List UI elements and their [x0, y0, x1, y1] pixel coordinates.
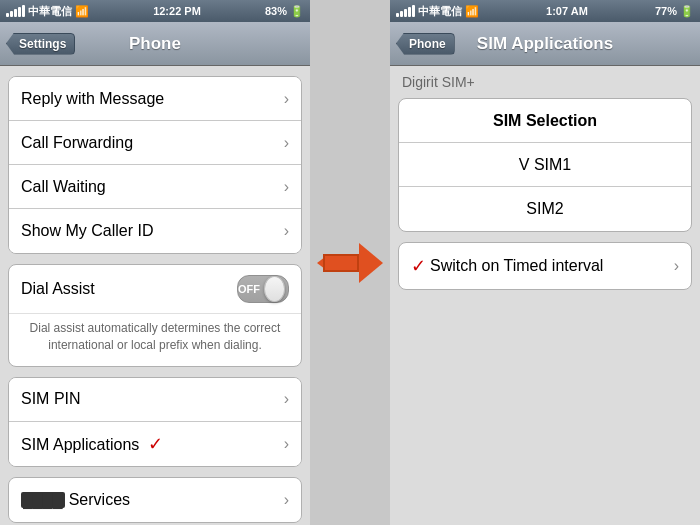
right-signal-bar-2 [400, 11, 403, 17]
sim-applications-label: SIM Applications ✓ [21, 433, 163, 455]
services-label: Services [69, 491, 130, 509]
left-content: Reply with Message › Call Forwarding › C… [0, 66, 310, 525]
right-nav-title: SIM Applications [477, 34, 613, 54]
right-battery-icon: 🔋 [680, 5, 694, 18]
left-status-right: 83% 🔋 [265, 5, 304, 18]
signal-bars-icon [6, 5, 25, 17]
right-signal-bar-3 [404, 9, 407, 17]
left-battery-icon: 🔋 [290, 5, 304, 18]
services-group: ████ Services › [8, 477, 302, 523]
right-phone: 中華電信 📶 1:07 AM 77% 🔋 Phone SIM Applicati… [390, 0, 700, 525]
sim1-item[interactable]: V SIM1 [399, 143, 691, 187]
switch-timed-row[interactable]: ✓ Switch on Timed interval › [399, 243, 691, 289]
sim2-label: SIM2 [526, 200, 563, 218]
dial-assist-label: Dial Assist [21, 280, 95, 298]
call-forwarding-chevron-icon: › [284, 134, 289, 152]
navigation-arrow [310, 0, 390, 525]
left-time: 12:22 PM [153, 5, 201, 17]
switch-timed-chevron-icon: › [674, 257, 679, 275]
toggle-knob [264, 276, 285, 302]
sim-group: SIM PIN › SIM Applications ✓ › [8, 377, 302, 467]
left-carrier: 中華電信 [28, 4, 72, 19]
services-chevron-icon: › [284, 491, 289, 509]
right-time: 1:07 AM [546, 5, 588, 17]
list-item-call-waiting[interactable]: Call Waiting › [9, 165, 301, 209]
left-phone: 中華電信 📶 12:22 PM 83% 🔋 Settings Phone Rep… [0, 0, 310, 525]
dial-assist-toggle[interactable]: OFF [237, 275, 289, 303]
signal-bar-5 [22, 5, 25, 17]
dial-assist-row[interactable]: Dial Assist OFF [9, 265, 301, 313]
switch-timed-group: ✓ Switch on Timed interval › [398, 242, 692, 290]
censored-text: ████ [21, 492, 65, 508]
left-nav-bar: Settings Phone [0, 22, 310, 66]
right-status-left: 中華電信 📶 [396, 4, 479, 19]
list-item-services[interactable]: ████ Services › [9, 478, 301, 522]
signal-bar-1 [6, 13, 9, 17]
caller-id-label: Show My Caller ID [21, 222, 153, 240]
list-item-sim-applications[interactable]: SIM Applications ✓ › [9, 422, 301, 466]
right-content: Digirit SIM+ SIM Selection V SIM1 SIM2 ✓… [390, 66, 700, 525]
section-header: Digirit SIM+ [390, 66, 700, 94]
right-status-right: 77% 🔋 [655, 5, 694, 18]
right-nav-bar: Phone SIM Applications [390, 22, 700, 66]
left-status-left: 中華電信 📶 [6, 4, 89, 19]
arrow-head [359, 243, 383, 283]
list-item-caller-id[interactable]: Show My Caller ID › [9, 209, 301, 253]
signal-bar-4 [18, 7, 21, 17]
arrow-shape [317, 243, 383, 283]
signal-bar-3 [14, 9, 17, 17]
sim-selection-group: SIM Selection V SIM1 SIM2 [398, 98, 692, 232]
call-forwarding-label: Call Forwarding [21, 134, 133, 152]
sim-selection-title: SIM Selection [493, 112, 597, 130]
sim-selection-title-item[interactable]: SIM Selection [399, 99, 691, 143]
sim-pin-chevron-icon: › [284, 390, 289, 408]
right-battery-percent: 77% [655, 5, 677, 17]
right-wifi-icon: 📶 [465, 5, 479, 18]
left-back-button[interactable]: Settings [6, 33, 75, 55]
right-status-bar: 中華電信 📶 1:07 AM 77% 🔋 [390, 0, 700, 22]
left-status-bar: 中華電信 📶 12:22 PM 83% 🔋 [0, 0, 310, 22]
list-item-reply[interactable]: Reply with Message › [9, 77, 301, 121]
right-signal-bar-4 [408, 7, 411, 17]
sim-pin-label: SIM PIN [21, 390, 81, 408]
caller-id-chevron-icon: › [284, 222, 289, 240]
right-carrier: 中華電信 [418, 4, 462, 19]
left-wifi-icon: 📶 [75, 5, 89, 18]
left-menu-group: Reply with Message › Call Forwarding › C… [8, 76, 302, 254]
left-nav-title: Phone [129, 34, 181, 54]
reply-label: Reply with Message [21, 90, 164, 108]
switch-timed-label: Switch on Timed interval [430, 257, 674, 275]
call-waiting-label: Call Waiting [21, 178, 106, 196]
sim-applications-chevron-icon: › [284, 435, 289, 453]
services-label-container: ████ Services [21, 491, 130, 509]
arrow-body [323, 254, 359, 272]
sim2-item[interactable]: SIM2 [399, 187, 691, 231]
dial-assist-description: Dial assist automatically determines the… [9, 313, 301, 366]
call-waiting-chevron-icon: › [284, 178, 289, 196]
right-signal-bar-1 [396, 13, 399, 17]
toggle-off-text: OFF [238, 283, 260, 295]
right-signal-bar-5 [412, 5, 415, 17]
left-battery-percent: 83% [265, 5, 287, 17]
reply-chevron-icon: › [284, 90, 289, 108]
list-item-sim-pin[interactable]: SIM PIN › [9, 378, 301, 422]
sim-applications-checkmark-icon: ✓ [148, 434, 163, 454]
right-back-button[interactable]: Phone [396, 33, 455, 55]
dial-assist-group: Dial Assist OFF Dial assist automaticall… [8, 264, 302, 367]
signal-bar-2 [10, 11, 13, 17]
sim1-label: V SIM1 [519, 156, 571, 174]
switch-timed-check-icon: ✓ [411, 255, 426, 277]
right-signal-bars-icon [396, 5, 415, 17]
list-item-call-forwarding[interactable]: Call Forwarding › [9, 121, 301, 165]
